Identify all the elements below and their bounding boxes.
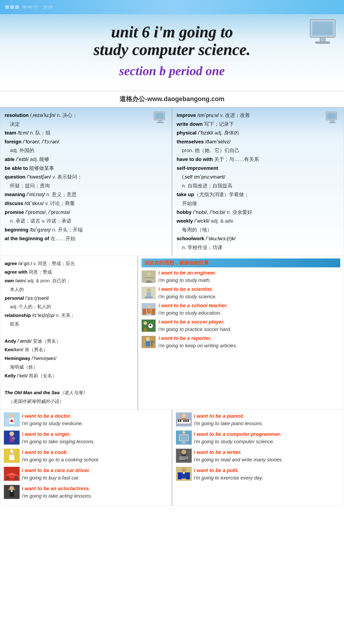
svg-point-21 bbox=[147, 304, 151, 308]
pianist-text: i want to be a pianist. i'm going to tak… bbox=[194, 412, 263, 427]
svg-rect-8 bbox=[157, 122, 164, 123]
svg-rect-7 bbox=[158, 120, 162, 122]
svg-rect-58 bbox=[11, 490, 13, 492]
scientist-img bbox=[142, 287, 156, 299]
svg-rect-40 bbox=[14, 418, 18, 425]
svg-point-44 bbox=[12, 437, 15, 440]
vocab-entry-weekly2: 每周的（地） bbox=[177, 226, 339, 234]
svg-rect-33 bbox=[151, 343, 152, 346]
svg-rect-63 bbox=[178, 420, 179, 422]
svg-rect-22 bbox=[147, 308, 151, 314]
career-item-engineer: i want to be an engineer. i'm going to s… bbox=[142, 269, 340, 284]
actor-img bbox=[4, 485, 20, 499]
svg-point-84 bbox=[182, 468, 186, 472]
vocab-mid-right: 说说你的理想，谈谈你的打算 i want to be an engineer. … bbox=[138, 256, 344, 410]
cook-img bbox=[4, 448, 20, 463]
svg-rect-69 bbox=[182, 418, 186, 420]
svg-point-54 bbox=[15, 477, 17, 479]
deco-squares bbox=[5, 5, 19, 9]
vocab-entry-selfimprove: self-improvement bbox=[177, 164, 339, 172]
watermark: 道格办公-www.daogebangong.com bbox=[0, 91, 344, 107]
svg-rect-6 bbox=[155, 113, 164, 119]
svg-point-42 bbox=[10, 432, 14, 436]
svg-rect-49 bbox=[10, 454, 14, 456]
bottom-left: i want to be a doctor. i'm going to stud… bbox=[0, 410, 172, 506]
svg-point-53 bbox=[7, 477, 8, 479]
career-item-cook: i want to be a cook. i'm going to go to … bbox=[4, 448, 168, 464]
teacher-text: i want to be a school teacher. i'm going… bbox=[158, 302, 228, 317]
vocab-entry-oldman2: （美国作家海明威的小说） bbox=[5, 397, 133, 406]
career-item-actor: i want to be an actor/actress. i'm going… bbox=[4, 485, 168, 500]
vocab-entry-writedown: write down 写下；记录下 bbox=[177, 120, 339, 128]
vocab-entry-weekly: weekly /ˈwiːkli/ adj. & adv. bbox=[177, 217, 339, 225]
svg-rect-3 bbox=[320, 37, 325, 42]
career-item-singer: i want to be a singer. i'm going to take… bbox=[4, 430, 168, 446]
svg-rect-24 bbox=[151, 308, 155, 315]
vocab-entry-atbeginning: at the beginning of 在……开始 bbox=[5, 234, 167, 243]
career-list-right: i want to be an engineer. i'm going to s… bbox=[142, 269, 340, 350]
doctor-img bbox=[4, 412, 20, 426]
vocab-entry-andy: Andy /ˈændi/ 安迪（男名） bbox=[5, 337, 133, 345]
svg-rect-23 bbox=[143, 308, 146, 315]
svg-rect-72 bbox=[179, 435, 188, 440]
section-header-blue: 说说你的理想，谈谈你的打算 bbox=[142, 258, 340, 267]
vocab-entry-physical: physical /ˈfɪzɪkl/ adj. 身体的 bbox=[177, 128, 339, 137]
title-line1: unit 6 i'm going to bbox=[111, 23, 233, 41]
vocab-entry-themselves: themselves /ðəmˈselvz/ bbox=[177, 138, 339, 146]
vocab-entry-personal2: adj. 个人的；私人的 bbox=[5, 302, 133, 311]
career-item-reporter: i want to be a reporter. i'm going to ke… bbox=[142, 334, 340, 350]
vocab-left: resolution /ˌrezəˈluːʃn/ n. 决心； 决定 team … bbox=[0, 107, 172, 256]
svg-rect-67 bbox=[187, 420, 189, 422]
singer-text: i want to be a singer. i'm going to take… bbox=[22, 430, 95, 446]
svg-rect-39 bbox=[6, 418, 10, 425]
svg-rect-38 bbox=[10, 420, 13, 422]
reporter-img bbox=[142, 336, 156, 348]
svg-rect-74 bbox=[180, 443, 187, 444]
vocab-entry-question2: 怀疑；提问；质询 bbox=[5, 182, 167, 190]
vocab-entry-foreign: foreign /ˈfɒrən/, /ˈfɔːrən/ bbox=[5, 138, 167, 146]
vocab-entry-own: own /əʊn/ adj. & pron. 自己的； bbox=[5, 276, 133, 285]
svg-point-35 bbox=[10, 414, 14, 418]
vocab-entry-relationship: relationship /rɪˈleɪʃnʃɪp/ n. 关系； bbox=[5, 311, 133, 320]
vocab-entry-oldman: The Old Man and the Sea《老人与海》 bbox=[5, 388, 133, 397]
vocab-entry-takeup: take up（尤指为消遣）学着做； bbox=[177, 190, 339, 199]
racecar-img bbox=[4, 467, 20, 481]
svg-rect-86 bbox=[183, 472, 185, 474]
career-item-soccer: i want to be a soccer player. i'm going … bbox=[142, 318, 340, 333]
svg-point-77 bbox=[182, 450, 186, 454]
career-item-politician: i want to be a polit. i'm going to exerc… bbox=[176, 467, 340, 482]
career-item-racecar: i want to be a race car driver. i'm goin… bbox=[4, 467, 168, 482]
doctor-text: i want to be a doctor. i'm going to stud… bbox=[22, 412, 83, 427]
svg-rect-82 bbox=[186, 456, 187, 460]
teacher-img bbox=[142, 303, 156, 316]
svg-point-30 bbox=[146, 337, 150, 341]
vocab-section-top: resolution /ˌrezəˈluːʃn/ n. 决心； 决定 team … bbox=[0, 107, 344, 256]
bottom-section: i want to be a doctor. i'm going to stud… bbox=[0, 410, 344, 506]
racecar-text: i want to be a race car driver. i'm goin… bbox=[22, 467, 90, 482]
svg-point-17 bbox=[147, 288, 151, 292]
vocab-entry-improve: improve /ɪmˈpruːv/ v. 改进；改善 bbox=[177, 111, 339, 120]
main-title: unit 6 i'm going to study computer scien… bbox=[94, 23, 250, 58]
writer-img bbox=[176, 448, 192, 463]
politician-img bbox=[176, 467, 192, 481]
computer-icon bbox=[305, 16, 340, 48]
top-decoration: 90 40 73 20 03 bbox=[0, 0, 344, 14]
vocab-mid-left: agree /əˈɡriː/ v. 同意；赞成；应允 agree with 同意… bbox=[0, 256, 138, 410]
vocab-entry-own2: 本人的 bbox=[5, 285, 133, 294]
soccer-text: i want to be a soccer player. i'm going … bbox=[158, 318, 231, 333]
subtitle-section: section b period one bbox=[119, 64, 225, 78]
vocab-entry-kelly: Kelly /ˈkeli/ 凯莉（女名） bbox=[5, 372, 133, 380]
vocab-entry-takeup2: 开始做 bbox=[177, 199, 339, 208]
svg-rect-12 bbox=[329, 122, 336, 123]
vocab-entry-hobby: hobby /ˈhɒbi/, /ˈhɑːbi/ n. 业余爱好 bbox=[177, 208, 339, 216]
vocab-entry-promise2: n. 承诺；诺言 v. 许诺；承诺 bbox=[5, 217, 167, 225]
vocab-entry-ken: Ken/ken/ 肯（男名） bbox=[5, 346, 133, 354]
vocab-entry-relationship2: 联系 bbox=[5, 320, 133, 328]
vocab-entry-beable: be able to 能够做某事 bbox=[5, 164, 167, 172]
cook-text: i want to be a cook. i'm going to go to … bbox=[22, 448, 100, 464]
vocab-entry-meaning: meaning /ˈmiːnɪŋ/ n. 意义；意思 bbox=[5, 190, 167, 199]
section-title: section b period one bbox=[119, 64, 225, 78]
vocab-entry-hemingway: Hemingway /ˈhemɪŋweɪ/ bbox=[5, 354, 133, 362]
vocab-entry-promise: promise /ˈprɒmɪs/, /ˈprɑːmɪs/ bbox=[5, 208, 167, 216]
vocab-entry-agree: agree /əˈɡriː/ v. 同意；赞成；应允 bbox=[5, 260, 133, 268]
